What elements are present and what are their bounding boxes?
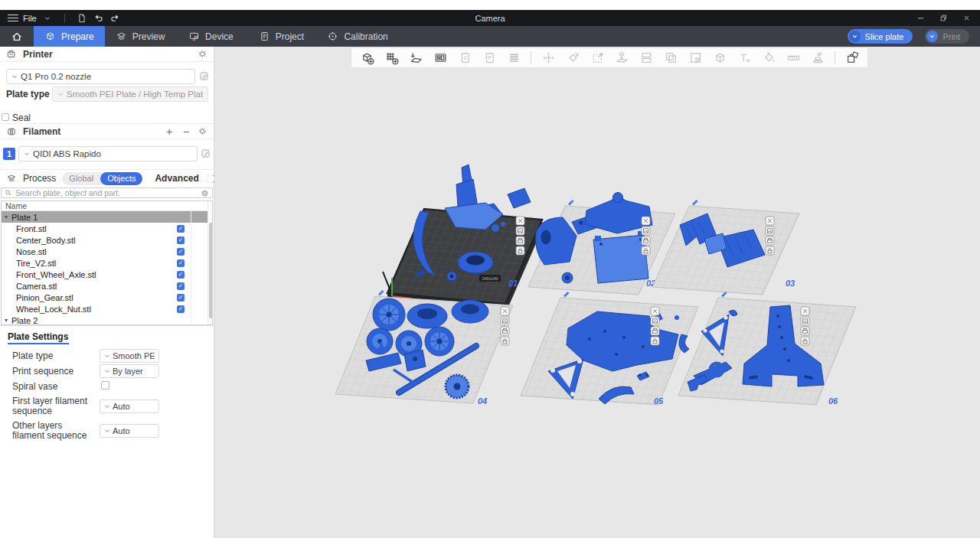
build-plate-04[interactable]: 04 — [335, 290, 513, 406]
object-visibility-checkbox[interactable]: ✓ — [177, 259, 185, 267]
object-visibility-checkbox[interactable]: ✓ — [177, 225, 185, 233]
ps-first-layer-seq-select[interactable]: Auto — [100, 399, 159, 413]
arrange-plate-icon[interactable] — [516, 227, 524, 235]
print-plate-icon[interactable] — [642, 236, 650, 245]
clear-search-icon[interactable] — [201, 189, 209, 197]
close-button[interactable] — [959, 11, 974, 25]
ps-print-sequence-select[interactable]: By layer — [100, 364, 159, 378]
build-plate-06[interactable]: 06 — [675, 292, 856, 406]
tab-device[interactable]: Device — [175, 26, 246, 47]
toolbar-variable-layers-icon[interactable] — [503, 49, 524, 67]
delete-plate-icon[interactable] — [766, 217, 774, 225]
lock-plate-icon[interactable] — [516, 246, 524, 255]
toolbar-boolean-icon[interactable] — [709, 49, 730, 67]
toolbar-paint-icon[interactable] — [758, 49, 779, 67]
toolbar-fill-icon[interactable] — [684, 49, 706, 67]
delete-plate-icon[interactable] — [801, 307, 809, 315]
object-visibility-checkbox[interactable]: ✓ — [177, 248, 185, 256]
arrange-plate-icon[interactable] — [501, 317, 509, 325]
tab-project[interactable]: Project — [246, 26, 316, 47]
edit-filament-icon[interactable] — [201, 148, 211, 158]
minimize-button[interactable] — [913, 11, 928, 25]
lock-plate-icon[interactable] — [642, 246, 650, 255]
slice-options-icon[interactable] — [849, 31, 861, 42]
filament-settings-gear-icon[interactable] — [198, 126, 207, 136]
edit-printer-icon[interactable] — [199, 71, 209, 81]
toolbar-scale-icon[interactable] — [586, 49, 608, 67]
toolbar-auto-orient-icon[interactable] — [405, 49, 426, 67]
undo-icon[interactable] — [93, 12, 105, 24]
object-item-row[interactable]: Wheel_Lock_Nut.stl✓ — [2, 303, 212, 315]
scope-global[interactable]: Global — [62, 174, 100, 183]
add-filament-button[interactable]: + — [164, 126, 175, 138]
print-plate-icon[interactable] — [501, 327, 509, 335]
toolbar-assembly-icon[interactable] — [841, 49, 863, 67]
delete-plate-icon[interactable] — [642, 217, 650, 225]
home-button[interactable] — [0, 26, 34, 47]
arrange-plate-icon[interactable] — [766, 227, 774, 235]
printer-settings-gear-icon[interactable] — [198, 49, 207, 59]
viewport-3d[interactable]: 240x240010203040506 0PTa — [214, 47, 980, 538]
tab-preview[interactable]: Preview — [105, 26, 176, 47]
toolbar-add-plate-icon[interactable] — [381, 49, 402, 67]
toolbar-arrange-icon[interactable] — [430, 49, 451, 67]
object-group-row[interactable]: ▾Plate 1 — [2, 211, 212, 223]
object-item-row[interactable]: Front_Wheel_Axle.stl✓ — [2, 269, 212, 280]
ps-spiral-vase-checkbox[interactable] — [101, 381, 109, 390]
seal-checkbox[interactable] — [2, 113, 9, 121]
print-button[interactable]: Print — [925, 29, 969, 44]
delete-plate-icon[interactable] — [516, 217, 524, 225]
rename-plate-icon[interactable] — [692, 200, 698, 206]
tab-prepare[interactable]: Prepare — [34, 26, 105, 47]
object-visibility-checkbox[interactable]: ✓ — [177, 305, 185, 313]
scope-objects[interactable]: Objects — [100, 172, 142, 185]
object-item-row[interactable]: Front.stl✓ — [2, 223, 212, 234]
search-box[interactable]: Search plate, object and part. — [1, 187, 213, 198]
menu-icon[interactable] — [8, 15, 18, 22]
ps-plate-type-select[interactable]: Smooth PEI ... — [100, 349, 159, 363]
rename-plate-icon[interactable] — [378, 290, 384, 296]
object-item-row[interactable]: Nose.stl✓ — [2, 246, 212, 257]
print-plate-icon[interactable] — [651, 327, 659, 335]
print-plate-icon[interactable] — [801, 327, 809, 335]
lock-plate-icon[interactable] — [766, 246, 774, 255]
object-visibility-checkbox[interactable]: ✓ — [177, 236, 185, 244]
toolbar-seam-icon[interactable] — [807, 49, 828, 67]
object-item-row[interactable]: Camera.stl✓ — [2, 280, 212, 292]
arrange-plate-icon[interactable] — [651, 317, 659, 325]
printer-select[interactable]: Q1 Pro 0.2 nozzle — [6, 69, 195, 84]
chevron-down-icon[interactable] — [41, 12, 54, 24]
scrollbar-thumb[interactable] — [209, 223, 213, 318]
object-visibility-checkbox[interactable]: ✓ — [177, 294, 185, 302]
plate-type-select[interactable]: Smooth PEI Plate / High Temp Plate — [52, 86, 208, 102]
toolbar-measure-icon[interactable] — [782, 49, 804, 67]
print-plate-icon[interactable] — [516, 236, 524, 245]
lock-plate-icon[interactable] — [651, 337, 659, 345]
build-plate-05[interactable]: 05 — [521, 292, 698, 406]
tab-calibration[interactable]: Calibration — [316, 26, 398, 47]
object-item-row[interactable]: Center_Body.stl✓ — [2, 234, 212, 246]
toolbar-copy-icon[interactable]: 0 — [454, 49, 475, 67]
lock-plate-icon[interactable] — [501, 337, 509, 345]
toolbar-move-icon[interactable] — [537, 49, 559, 67]
arrange-plate-icon[interactable] — [642, 227, 650, 235]
object-visibility-checkbox[interactable]: ✓ — [177, 271, 185, 279]
filament-slot-badge[interactable]: 1 — [3, 148, 15, 160]
toolbar-merge-icon[interactable] — [660, 49, 681, 67]
build-plate-02[interactable]: 02 — [528, 193, 675, 295]
remove-filament-button[interactable]: − — [181, 126, 191, 138]
slice-plate-button[interactable]: Slice plate — [848, 29, 913, 44]
toolbar-paste-icon[interactable]: P — [479, 49, 500, 67]
object-visibility-checkbox[interactable]: ✓ — [177, 282, 185, 290]
filament-select[interactable]: QIDI ABS Rapido — [18, 146, 198, 161]
toolbar-split-icon[interactable] — [635, 49, 657, 67]
build-plates-scene[interactable]: 240x240010203040506 — [214, 47, 980, 538]
delete-plate-icon[interactable] — [651, 307, 659, 315]
rename-plate-icon[interactable] — [564, 292, 570, 298]
delete-plate-icon[interactable] — [501, 307, 509, 315]
file-menu[interactable]: File — [23, 14, 37, 23]
lock-plate-icon[interactable] — [801, 337, 809, 345]
collapse-chevron-icon[interactable]: ▾ — [5, 214, 11, 220]
print-options-icon[interactable] — [926, 31, 938, 42]
ps-other-layers-seq-select[interactable]: Auto — [100, 424, 159, 438]
